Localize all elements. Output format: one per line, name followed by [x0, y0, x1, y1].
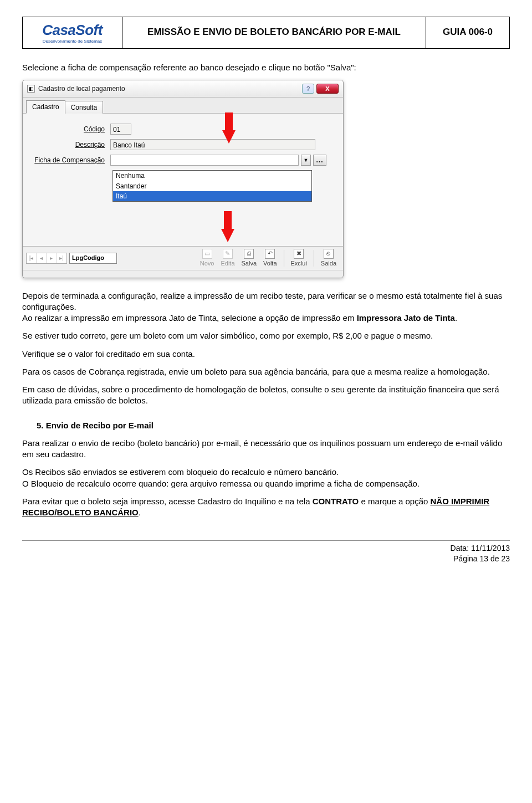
- dropdown-option-selected[interactable]: Itaú: [113, 191, 311, 201]
- edita-button[interactable]: ✎ Edita: [221, 249, 234, 268]
- footer-page-label: Página: [453, 554, 479, 563]
- paragraph: Para os casos de Cobrança registrada, en…: [22, 366, 510, 377]
- exclui-button[interactable]: ✖ Exclui: [291, 249, 307, 268]
- nav-prev-icon[interactable]: ◂: [37, 253, 47, 263]
- paragraph: Para realizar o envio de recibo (boleto …: [22, 438, 510, 461]
- paragraph: Os Recibos são enviados se estiverem com…: [22, 467, 510, 478]
- doc-title: EMISSÃO E ENVIO DE BOLETO BANCÁRIO POR E…: [122, 17, 426, 48]
- ficha-label: Ficha de Compensação: [30, 156, 108, 165]
- form-area: Código 01 Descrição Banco Itaú Ficha de …: [23, 114, 343, 246]
- delete-icon: ✖: [294, 249, 304, 259]
- novo-button[interactable]: ▭ Novo: [200, 249, 214, 268]
- paragraph: O Bloqueio de recalculo ocorre quando: g…: [22, 478, 510, 489]
- page-footer: Data: 11/11/2013 Página 13 de 23: [22, 543, 510, 564]
- novo-label: Novo: [200, 259, 214, 268]
- paragraph: Em caso de dúvidas, sobre o procedimento…: [22, 384, 510, 407]
- tabs-row: Cadastro Consulta: [23, 98, 343, 114]
- undo-icon: ↶: [265, 249, 275, 259]
- bold-text: Impressora Jato de Tinta: [357, 313, 455, 323]
- app-window: ◧ Cadastro de local pagamento ? X Cadast…: [22, 80, 344, 278]
- ficha-dropdown-button[interactable]: ▼: [301, 155, 311, 166]
- exit-icon: ⎋: [324, 249, 334, 259]
- saida-label: Saida: [321, 259, 336, 268]
- intro-paragraph: Selecione a ficha de compensação referen…: [22, 62, 510, 73]
- new-icon: ▭: [202, 249, 212, 259]
- paragraph: Se estiver tudo correto, gere um boleto …: [22, 330, 510, 341]
- window-titlebar: ◧ Cadastro de local pagamento ? X: [23, 80, 343, 98]
- dropdown-option[interactable]: Nenhuma: [113, 171, 311, 181]
- toolbar-separator: [284, 250, 284, 267]
- status-bar: [23, 270, 343, 278]
- doc-guide-code: GUIA 006-0: [426, 17, 509, 48]
- footer-page-value: 13 de 23: [480, 554, 510, 563]
- save-icon: ⎙: [244, 249, 254, 259]
- callout-arrow-icon: [222, 130, 236, 144]
- paragraph: Verifique se o valor foi creditado em su…: [22, 349, 510, 360]
- text: Ao realizar a impressão em impressora Ja…: [22, 313, 357, 323]
- paragraph: Depois de terminada a configuração, real…: [22, 290, 510, 324]
- help-button[interactable]: ?: [302, 84, 314, 94]
- logo-text: CasaSoft: [42, 21, 103, 40]
- logo-cell: CasaSoft Desenvolvimento de Sistemas: [23, 17, 122, 48]
- text: e marque a opção: [359, 497, 430, 506]
- saida-button[interactable]: ⎋ Saida: [321, 249, 336, 268]
- nav-first-icon[interactable]: |◂: [27, 253, 37, 263]
- descricao-field[interactable]: Banco Itaú: [110, 139, 315, 150]
- ficha-field[interactable]: [110, 155, 299, 166]
- footer-date-value: 11/11/2013: [471, 544, 510, 553]
- footer-rule: [22, 540, 510, 541]
- nav-next-icon[interactable]: ▸: [47, 253, 57, 263]
- salva-label: Salva: [242, 259, 257, 268]
- exclui-label: Exclui: [291, 259, 307, 268]
- edit-icon: ✎: [223, 249, 233, 259]
- logo: CasaSoft Desenvolvimento de Sistemas: [42, 21, 103, 45]
- codigo-field[interactable]: 01: [110, 124, 131, 135]
- ficha-browse-button[interactable]: ...: [313, 155, 326, 166]
- footer-date-label: Data:: [451, 544, 471, 553]
- callout-arrow-icon: [221, 229, 234, 242]
- edita-label: Edita: [221, 259, 234, 268]
- toolbar-separator: [314, 250, 314, 267]
- volta-label: Volta: [263, 259, 277, 268]
- window-icon: ◧: [27, 85, 35, 93]
- bold-text: CONTRATO: [313, 497, 359, 506]
- record-nav-group[interactable]: |◂ ◂ ▸ ▸|: [26, 253, 67, 264]
- tab-cadastro[interactable]: Cadastro: [26, 100, 65, 114]
- paragraph: Para evitar que o boleto seja impresso, …: [22, 496, 510, 519]
- ficha-dropdown-list[interactable]: Nenhuma Santander Itaú: [112, 170, 312, 202]
- close-button[interactable]: X: [316, 84, 339, 94]
- text: .: [455, 313, 457, 323]
- text: Para evitar que o boleto seja impresso, …: [22, 497, 313, 506]
- logo-subtext: Desenvolvimento de Sistemas: [42, 39, 103, 45]
- codigo-label: Código: [30, 125, 108, 134]
- text: Depois de terminada a configuração, real…: [22, 291, 502, 311]
- nav-last-icon[interactable]: ▸|: [57, 253, 66, 263]
- section-heading: 5. Envio de Recibo por E-mail: [37, 420, 510, 431]
- text: .: [139, 508, 141, 517]
- tab-consulta[interactable]: Consulta: [65, 101, 103, 114]
- dropdown-option[interactable]: Santander: [113, 181, 311, 191]
- lpg-codigo-field[interactable]: LpgCodigo: [69, 253, 117, 264]
- page-header: CasaSoft Desenvolvimento de Sistemas EMI…: [22, 17, 510, 49]
- salva-button[interactable]: ⎙ Salva: [242, 249, 257, 268]
- toolbar: |◂ ◂ ▸ ▸| LpgCodigo ▭ Novo ✎ Edita ⎙ Sal…: [23, 246, 343, 270]
- window-title: Cadastro de local pagamento: [38, 84, 125, 93]
- descricao-label: Descrição: [30, 140, 108, 149]
- volta-button[interactable]: ↶ Volta: [263, 249, 277, 268]
